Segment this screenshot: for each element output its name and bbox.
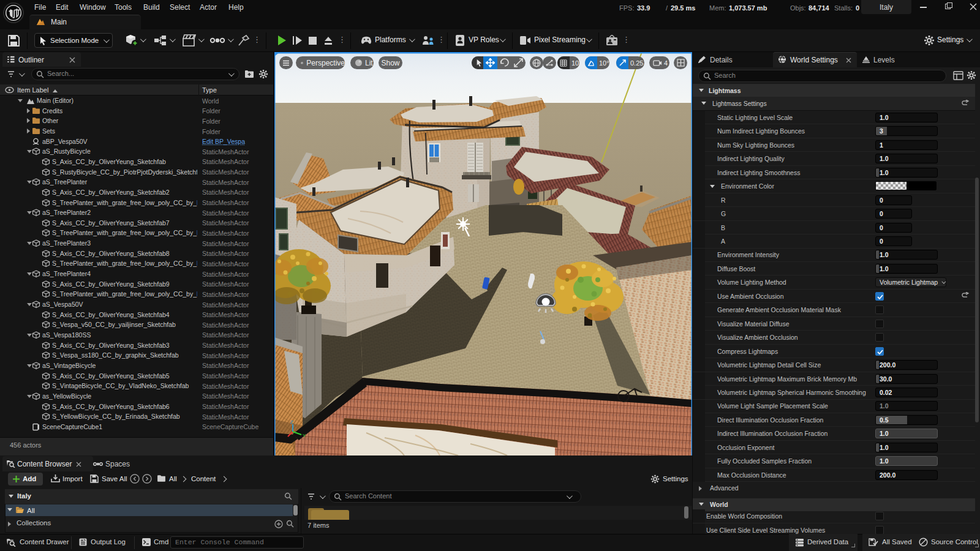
svg-text:Y: Y	[303, 433, 306, 438]
svg-text:Z: Z	[290, 419, 293, 425]
